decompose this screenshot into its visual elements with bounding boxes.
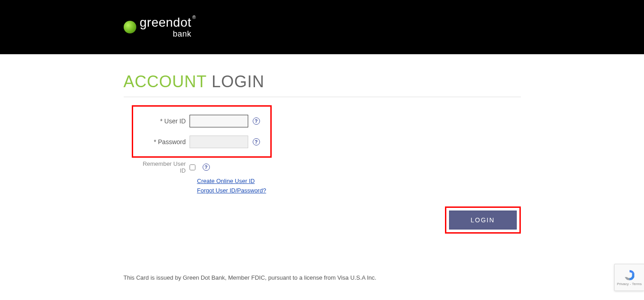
login-form: * User ID ? * Password ? Remember User I… <box>124 105 521 234</box>
brand-sub: bank <box>140 30 192 38</box>
recaptcha-badge[interactable]: Privacy - Terms <box>614 264 644 281</box>
brand-name: greendot® <box>140 16 192 29</box>
page-title: ACCOUNT LOGIN <box>124 72 521 97</box>
button-area: LOGIN <box>124 206 521 234</box>
password-help-icon[interactable]: ? <box>253 138 260 145</box>
main-content: ACCOUNT LOGIN * User ID ? * Password ? R… <box>124 54 521 281</box>
remember-row: Remember User ID ? <box>132 160 521 174</box>
brand-name-text: greendot <box>140 15 192 29</box>
site-header: greendot® bank <box>0 0 644 54</box>
login-highlight-box: LOGIN <box>445 206 521 234</box>
logo[interactable]: greendot® bank <box>124 16 521 38</box>
remember-checkbox[interactable] <box>190 164 195 170</box>
below-credentials: Remember User ID ? Create Online User ID… <box>132 160 521 194</box>
greendot-logo-icon <box>124 21 136 33</box>
userid-input[interactable] <box>190 115 248 127</box>
login-button[interactable]: LOGIN <box>449 211 517 230</box>
footer-disclaimer: This Card is issued by Green Dot Bank, M… <box>124 274 521 281</box>
links-column: Create Online User ID Forgot User ID/Pas… <box>132 178 521 194</box>
userid-row: * User ID ? <box>138 115 266 127</box>
credentials-highlight-box: * User ID ? * Password ? <box>132 105 272 158</box>
password-label: * Password <box>138 138 190 145</box>
trademark-symbol: ® <box>192 15 196 20</box>
userid-help-icon[interactable]: ? <box>253 117 260 125</box>
userid-label: * User ID <box>138 117 190 125</box>
password-row: * Password ? <box>138 136 266 148</box>
title-login-word: LOGIN <box>212 72 264 91</box>
remember-help-icon[interactable]: ? <box>203 164 210 171</box>
create-userid-link[interactable]: Create Online User ID <box>197 178 521 184</box>
forgot-credentials-link[interactable]: Forgot User ID/Password? <box>197 187 521 194</box>
password-input[interactable] <box>190 136 248 148</box>
title-account-word: ACCOUNT <box>124 72 207 91</box>
remember-label: Remember User ID <box>139 160 190 174</box>
recaptcha-icon <box>623 269 636 281</box>
